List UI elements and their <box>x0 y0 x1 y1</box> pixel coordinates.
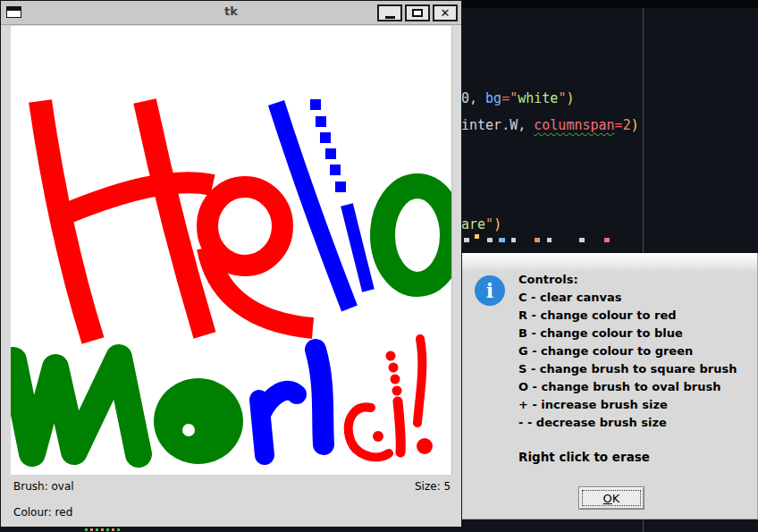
stroke-r-arm <box>261 391 297 414</box>
code-token: " <box>510 90 518 106</box>
code-fragment <box>112 528 114 531</box>
code-token: white <box>518 90 558 106</box>
stroke-l-world <box>316 350 324 444</box>
code-token: columnspan <box>534 117 614 133</box>
stroke-d-bowl <box>349 407 389 457</box>
code-token: ) <box>631 117 639 133</box>
stroke-H-right <box>145 101 205 335</box>
code-fragment <box>487 238 493 242</box>
info-icon: i <box>475 275 505 306</box>
code-fragment <box>535 238 540 242</box>
stroke-exclaim-line <box>417 339 422 423</box>
code-fragment <box>90 528 93 531</box>
code-fragment <box>101 528 104 531</box>
code-token: 2 <box>623 117 631 133</box>
paint-window: tk ✕ Brush: oval Size: 5 Colour: red <box>0 0 462 528</box>
stroke-d-inner-dot <box>373 431 383 442</box>
code-fragment <box>117 528 120 531</box>
code-fragment <box>604 238 610 242</box>
code-fragment <box>106 528 109 531</box>
stroke-o-world <box>154 378 243 464</box>
code-token: ) <box>493 216 501 232</box>
stroke-o-world-hole <box>182 424 195 436</box>
dialog-line: + - increase brush size <box>518 396 737 414</box>
stroke-l-slash-dotted-tail <box>347 205 368 291</box>
stroke-d-stem <box>398 401 400 452</box>
minimize-icon <box>385 16 395 19</box>
code-token: = <box>501 90 510 106</box>
code-line: inter.W, columnspan=2) <box>461 117 639 133</box>
code-line: are") <box>461 216 501 232</box>
ok-label: O <box>603 492 612 505</box>
dialog-line: B - change colour to blue <box>518 325 737 342</box>
code-fragment <box>579 238 585 242</box>
dialog-line: C - clear canvas <box>518 289 737 307</box>
paint-canvas[interactable] <box>11 26 452 475</box>
code-fragment <box>96 528 98 531</box>
dialog-line: R - change colour to red <box>518 307 737 325</box>
ok-button[interactable]: OK <box>578 486 644 510</box>
stroke-W <box>13 358 139 454</box>
status-brush-label: Brush: oval <box>13 480 74 493</box>
dialog-footer: Right click to erase <box>518 450 650 464</box>
code-token: inter.W, <box>461 117 534 133</box>
code-fragment <box>511 238 516 242</box>
stroke-H-crossbar <box>66 182 213 214</box>
code-token: are <box>461 216 485 232</box>
hello-world-drawing <box>11 26 451 475</box>
stroke-exclaim-dot <box>417 438 433 454</box>
code-token: = <box>615 117 623 133</box>
dialog-line: O - change brush to oval brush <box>518 378 737 396</box>
code-token: ) <box>566 90 574 106</box>
stroke-d-stem-dots <box>386 351 402 396</box>
stroke-o-hello <box>383 186 451 284</box>
editor-top-strip <box>462 0 758 8</box>
dialog-line: G - change colour to green <box>518 342 737 360</box>
titlebar[interactable]: tk ✕ <box>1 1 461 25</box>
code-token: 0, <box>461 90 485 106</box>
maximize-icon <box>412 9 423 17</box>
code-fragment <box>464 238 469 242</box>
code-token: bg <box>485 90 501 106</box>
close-button[interactable]: ✕ <box>433 4 458 21</box>
code-line: 0, bg="white") <box>461 90 574 106</box>
stroke-H-left <box>40 101 93 341</box>
code-token: " <box>485 216 493 232</box>
code-fragment <box>475 234 479 239</box>
code-fragment <box>499 238 505 242</box>
status-size-label: Size: 5 <box>415 480 451 493</box>
dialog-line: Controls: <box>518 271 737 289</box>
stroke-l-slash-dotted <box>310 99 346 192</box>
code-fragment <box>85 528 88 531</box>
minimize-button[interactable] <box>377 4 402 21</box>
code-fragment <box>547 238 552 242</box>
dialog-message: Controls: C - clear canvas R - change co… <box>518 271 737 432</box>
controls-dialog: i Controls: C - clear canvas R - change … <box>462 253 758 519</box>
status-colour-label: Colour: red <box>13 506 72 519</box>
close-icon: ✕ <box>441 7 451 19</box>
dialog-line: - - decrease brush size <box>518 414 737 432</box>
maximize-button[interactable] <box>405 4 430 21</box>
dialog-line: S - change brush to square brush <box>518 360 737 378</box>
